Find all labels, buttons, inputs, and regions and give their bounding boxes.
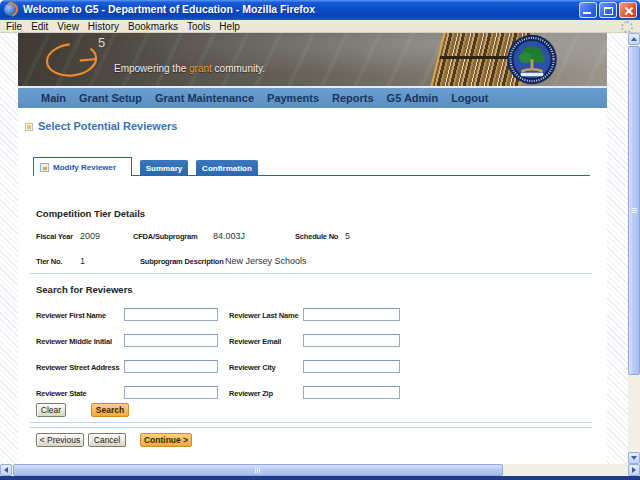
menu-history[interactable]: History — [88, 21, 119, 32]
window-title: Welcome to G5 - Department of Education … — [23, 3, 315, 15]
window-bottom-border — [0, 476, 640, 480]
heading-bullet-icon — [25, 123, 33, 131]
subprogram-desc-label: Subprogram Description — [140, 257, 224, 266]
down-arrow-icon — [631, 456, 637, 460]
tier-no-value: 1 — [80, 256, 85, 266]
nav-main[interactable]: Main — [41, 92, 66, 104]
horizontal-scrollbar-thumb[interactable] — [13, 464, 503, 476]
middle-initial-label: Reviewer Middle Initial — [36, 337, 112, 346]
tab-summary[interactable]: Summary — [140, 160, 188, 176]
footer-divider — [30, 427, 592, 428]
cfda-label: CFDA/Subprogram — [133, 232, 198, 241]
window-titlebar: Welcome to G5 - Department of Education … — [0, 0, 640, 20]
form-row: Reviewer Middle Initial Reviewer Email — [18, 334, 607, 350]
form-row: Reviewer State Reviewer Zip — [18, 386, 607, 402]
section-divider — [30, 273, 592, 274]
menu-view[interactable]: View — [57, 21, 79, 32]
clear-button[interactable]: Clear — [36, 403, 66, 417]
tab-confirmation[interactable]: Confirmation — [196, 160, 258, 176]
reviewer-email-input[interactable] — [303, 334, 400, 347]
menu-edit[interactable]: Edit — [31, 21, 48, 32]
reviewer-city-input[interactable] — [303, 360, 400, 373]
right-arrow-icon — [632, 467, 636, 473]
zip-label: Reviewer Zip — [229, 389, 273, 398]
banner-tagline: Empowering the grant community. — [114, 63, 265, 74]
form-row: Reviewer First Name Reviewer Last Name — [18, 308, 607, 324]
schedule-no-label: Schedule No — [295, 232, 338, 241]
scroll-left-button[interactable] — [0, 464, 12, 476]
nav-grant-maintenance[interactable]: Grant Maintenance — [155, 92, 254, 104]
scroll-up-button[interactable] — [628, 33, 640, 45]
g5-logo-g — [42, 36, 106, 82]
email-label: Reviewer Email — [229, 337, 281, 346]
menu-file[interactable]: File — [6, 21, 22, 32]
browser-viewport: 5 Empowering the grant community. — [0, 33, 640, 476]
subprogram-desc-value: New Jersey Schools — [225, 256, 307, 266]
nav-reports[interactable]: Reports — [332, 92, 374, 104]
main-nav: Main Grant Setup Grant Maintenance Payme… — [18, 88, 607, 108]
browser-window: Welcome to G5 - Department of Education … — [0, 0, 640, 480]
restore-icon — [604, 7, 613, 15]
vertical-scrollbar[interactable] — [628, 33, 640, 464]
tab-edit-icon — [40, 163, 49, 172]
fiscal-year-value: 2009 — [80, 231, 100, 241]
education-seal-icon — [505, 33, 559, 86]
g5-logo-number: 5 — [98, 35, 106, 50]
last-name-label: Reviewer Last Name — [229, 311, 298, 320]
horizontal-scrollbar[interactable] — [0, 464, 640, 476]
tab-modify-reviewer[interactable]: Modify Reviewer — [33, 157, 132, 176]
scroll-down-button[interactable] — [628, 452, 640, 464]
minimize-button[interactable] — [579, 2, 597, 18]
page-title: Select Potential Reviewers — [38, 120, 177, 132]
menu-help[interactable]: Help — [219, 21, 240, 32]
cancel-button[interactable]: Cancel — [88, 433, 126, 447]
nav-grant-setup[interactable]: Grant Setup — [79, 92, 142, 104]
reviewer-first-name-input[interactable] — [124, 308, 218, 321]
reviewer-last-name-input[interactable] — [303, 308, 400, 321]
minimize-icon — [583, 12, 591, 14]
previous-button[interactable]: < Previous — [36, 433, 84, 447]
page-content: 5 Empowering the grant community. — [18, 33, 607, 464]
reviewer-middle-initial-input[interactable] — [124, 334, 218, 347]
nav-g5-admin[interactable]: G5 Admin — [387, 92, 439, 104]
nav-payments[interactable]: Payments — [267, 92, 319, 104]
schedule-no-value: 5 — [345, 231, 350, 241]
street-address-label: Reviewer Street Address — [36, 363, 120, 372]
form-row: Reviewer Street Address Reviewer City — [18, 360, 607, 376]
restore-button[interactable] — [599, 2, 617, 18]
tier-details-heading: Competition Tier Details — [36, 208, 145, 219]
vertical-scrollbar-thumb[interactable] — [628, 46, 640, 375]
close-button[interactable] — [619, 2, 637, 18]
reviewer-zip-input[interactable] — [303, 386, 400, 399]
continue-button[interactable]: Continue > — [140, 433, 192, 447]
footer-divider — [30, 422, 592, 423]
city-label: Reviewer City — [229, 363, 276, 372]
left-arrow-icon — [4, 467, 8, 473]
menu-bar: File Edit View History Bookmarks Tools H… — [0, 20, 640, 33]
first-name-label: Reviewer First Name — [36, 311, 106, 320]
menu-bookmarks[interactable]: Bookmarks — [128, 21, 178, 32]
nav-logout[interactable]: Logout — [451, 92, 488, 104]
g5-banner: 5 Empowering the grant community. — [18, 33, 607, 86]
menu-tools[interactable]: Tools — [187, 21, 210, 32]
state-label: Reviewer State — [36, 389, 87, 398]
fiscal-year-label: Fiscal Year — [36, 232, 73, 241]
reviewer-state-input[interactable] — [124, 386, 218, 399]
up-arrow-icon — [631, 37, 637, 41]
search-button[interactable]: Search — [91, 403, 129, 417]
window-controls — [579, 2, 637, 18]
tier-no-label: Tier No. — [36, 257, 62, 266]
scroll-right-button[interactable] — [628, 464, 640, 476]
throbber-icon — [621, 21, 633, 33]
reviewer-street-address-input[interactable] — [124, 360, 218, 373]
firefox-icon — [4, 3, 17, 16]
cfda-value: 84.003J — [213, 231, 245, 241]
search-heading: Search for Reviewers — [36, 284, 133, 295]
